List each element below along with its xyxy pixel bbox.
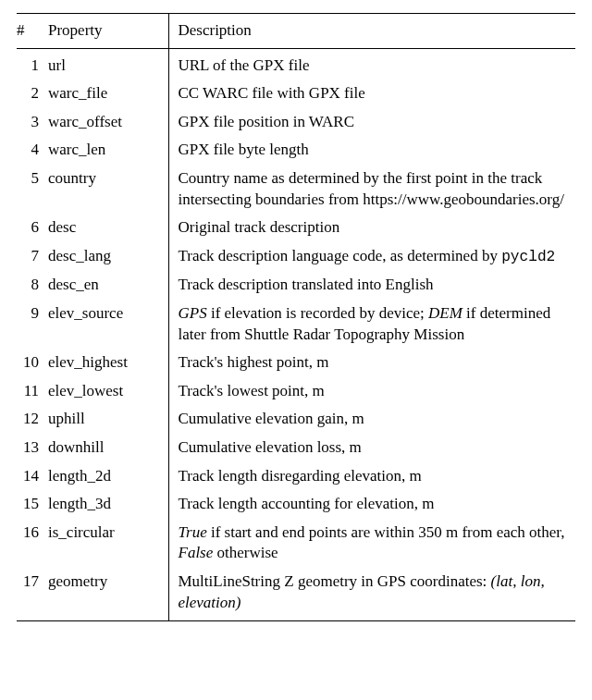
cell-property: desc (48, 214, 168, 242)
table-row: 15length_3dTrack length accounting for e… (17, 490, 575, 519)
table-row: 9elev_sourceGPS if elevation is recorded… (17, 300, 575, 349)
table-row: 17geometryMultiLineString Z geometry in … (17, 568, 575, 621)
cell-num: 2 (17, 80, 48, 108)
cell-num: 15 (17, 490, 48, 519)
cell-description: Track's highest point, m (168, 349, 575, 377)
table-row: 5countryCountry name as determined by th… (17, 165, 575, 214)
col-header-description: Description (168, 14, 575, 49)
cell-property: downhill (48, 434, 168, 462)
cell-num: 11 (17, 377, 48, 406)
cell-num: 16 (17, 519, 48, 568)
cell-description: Cumulative elevation gain, m (168, 405, 575, 434)
cell-property: elev_highest (48, 349, 168, 377)
cell-description: MultiLineString Z geometry in GPS coordi… (168, 568, 575, 621)
cell-description: Track length accounting for elevation, m (168, 490, 575, 519)
cell-description: True if start and end points are within … (168, 519, 575, 568)
cell-property: elev_source (48, 300, 168, 349)
cell-description: Track description translated into Englis… (168, 271, 575, 300)
cell-num: 3 (17, 108, 48, 137)
cell-num: 10 (17, 349, 48, 377)
cell-property: length_3d (48, 490, 168, 519)
cell-property: is_circular (48, 519, 168, 568)
col-header-num: # (17, 14, 48, 49)
cell-num: 4 (17, 136, 48, 165)
table-row: 4warc_lenGPX file byte length (17, 136, 575, 165)
cell-num: 7 (17, 242, 48, 271)
cell-description: GPX file byte length (168, 136, 575, 165)
cell-property: warc_file (48, 80, 168, 108)
col-header-property: Property (48, 14, 168, 49)
cell-description: GPX file position in WARC (168, 108, 575, 137)
table-row: 12uphillCumulative elevation gain, m (17, 405, 575, 434)
cell-description: Original track description (168, 214, 575, 242)
table-row: 3warc_offsetGPX file position in WARC (17, 108, 575, 137)
cell-num: 1 (17, 48, 48, 80)
table-row: 2warc_fileCC WARC file with GPX file (17, 80, 575, 108)
table-row: 10elev_highestTrack's highest point, m (17, 349, 575, 377)
cell-property: elev_lowest (48, 377, 168, 406)
cell-num: 12 (17, 405, 48, 434)
cell-description: Track length disregarding elevation, m (168, 462, 575, 491)
cell-num: 6 (17, 214, 48, 242)
cell-num: 17 (17, 568, 48, 621)
cell-num: 5 (17, 165, 48, 214)
cell-description: CC WARC file with GPX file (168, 80, 575, 108)
cell-description: Track description language code, as dete… (168, 242, 575, 271)
cell-property: length_2d (48, 462, 168, 491)
cell-description: URL of the GPX file (168, 48, 575, 80)
cell-num: 13 (17, 434, 48, 462)
cell-property: desc_en (48, 271, 168, 300)
cell-description: Track's lowest point, m (168, 377, 575, 406)
cell-num: 9 (17, 300, 48, 349)
cell-num: 8 (17, 271, 48, 300)
cell-property: desc_lang (48, 242, 168, 271)
table-row: 6descOriginal track description (17, 214, 575, 242)
table-row: 13downhillCumulative elevation loss, m (17, 434, 575, 462)
cell-description: Cumulative elevation loss, m (168, 434, 575, 462)
table-row: 16is_circularTrue if start and end point… (17, 519, 575, 568)
cell-property: geometry (48, 568, 168, 621)
table-row: 8desc_enTrack description translated int… (17, 271, 575, 300)
table-row: 7desc_langTrack description language cod… (17, 242, 575, 271)
cell-property: uphill (48, 405, 168, 434)
cell-description: GPS if elevation is recorded by device; … (168, 300, 575, 349)
table-row: 11elev_lowestTrack's lowest point, m (17, 377, 575, 406)
table-header-row: # Property Description (17, 14, 575, 49)
table-row: 14length_2dTrack length disregarding ele… (17, 462, 575, 491)
cell-property: url (48, 48, 168, 80)
table-row: 1urlURL of the GPX file (17, 48, 575, 80)
properties-table: # Property Description 1urlURL of the GP… (17, 13, 575, 621)
cell-description: Country name as determined by the first … (168, 165, 575, 214)
cell-property: warc_len (48, 136, 168, 165)
cell-num: 14 (17, 462, 48, 491)
cell-property: warc_offset (48, 108, 168, 137)
cell-property: country (48, 165, 168, 214)
